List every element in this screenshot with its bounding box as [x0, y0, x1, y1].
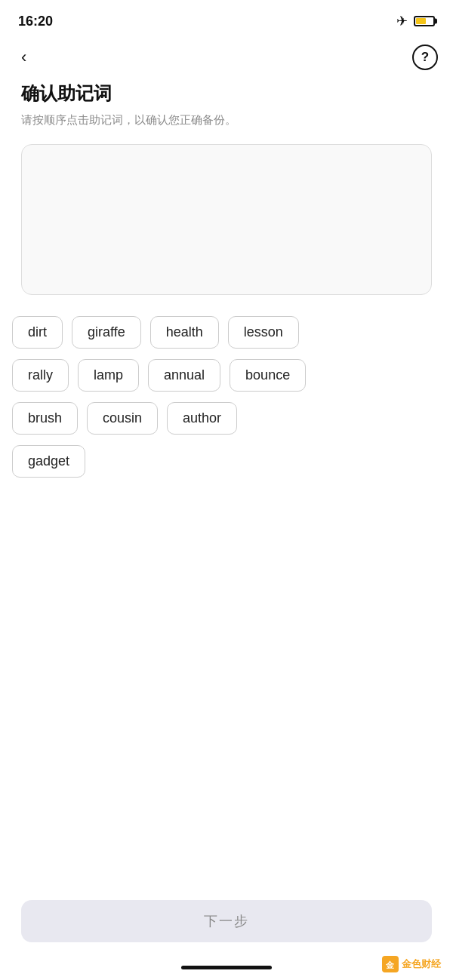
bottom-area: 下一步	[0, 900, 453, 942]
next-button[interactable]: 下一步	[21, 900, 432, 942]
words-row-3: brush cousin author	[12, 402, 441, 435]
page-subtitle: 请按顺序点击助记词，以确认您正确备份。	[21, 112, 432, 129]
content-area: 确认助记词 请按顺序点击助记词，以确认您正确备份。	[0, 75, 453, 295]
airplane-icon: ✈	[396, 13, 408, 29]
word-chip-lesson[interactable]: lesson	[228, 316, 299, 349]
word-chip-lamp[interactable]: lamp	[78, 359, 139, 392]
svg-text:金: 金	[385, 960, 395, 969]
word-chip-rally[interactable]: rally	[12, 359, 69, 392]
word-chip-giraffe[interactable]: giraffe	[72, 316, 141, 349]
word-chip-bounce[interactable]: bounce	[230, 359, 306, 392]
words-row-1: dirt giraffe health lesson	[12, 316, 441, 349]
battery-fill	[416, 18, 426, 24]
phrase-box	[21, 144, 432, 295]
page-title: 确认助记词	[21, 81, 432, 106]
words-row-4: gadget	[12, 445, 441, 478]
watermark: 金 金色财经	[382, 956, 441, 972]
home-indicator	[181, 966, 272, 969]
word-chip-author[interactable]: author	[167, 402, 237, 435]
nav-bar: ‹ ?	[0, 39, 453, 75]
help-button[interactable]: ?	[412, 45, 438, 70]
status-icons: ✈	[396, 13, 435, 29]
word-chip-brush[interactable]: brush	[12, 402, 78, 435]
status-bar: 16:20 ✈	[0, 0, 453, 39]
back-button[interactable]: ‹	[15, 45, 32, 70]
word-chip-cousin[interactable]: cousin	[87, 402, 158, 435]
battery-icon	[414, 16, 435, 26]
word-chip-gadget[interactable]: gadget	[12, 445, 85, 478]
word-chip-annual[interactable]: annual	[148, 359, 220, 392]
status-time: 16:20	[18, 14, 53, 29]
word-chip-health[interactable]: health	[150, 316, 219, 349]
words-section: dirt giraffe health lesson rally lamp an…	[0, 316, 453, 478]
word-chip-dirt[interactable]: dirt	[12, 316, 63, 349]
words-row-2: rally lamp annual bounce	[12, 359, 441, 392]
watermark-text: 金色财经	[402, 957, 441, 971]
watermark-logo: 金	[382, 956, 399, 972]
